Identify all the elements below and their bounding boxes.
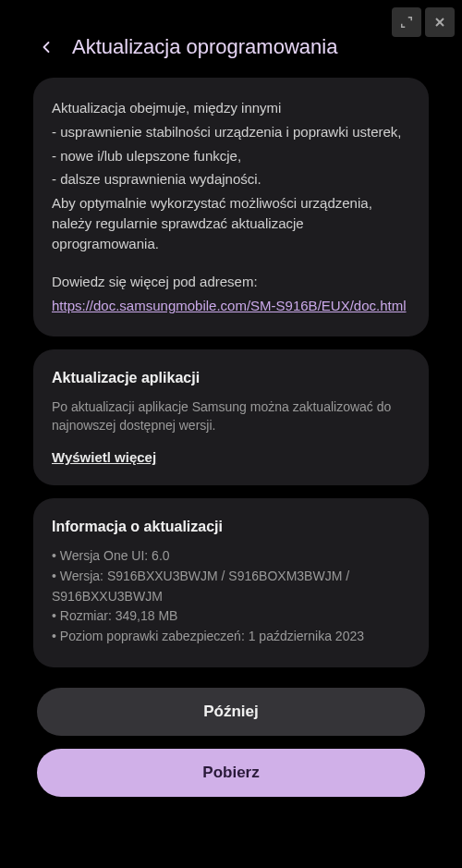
desc-intro: Aktualizacja obejmuje, między innymi xyxy=(52,98,410,118)
button-row: Później Pobierz xyxy=(33,680,429,797)
app-updates-card: Aktualizacje aplikacji Po aktualizacji a… xyxy=(33,349,429,486)
info-one-ui: Wersja One UI: 6.0 xyxy=(52,546,410,567)
learn-more-link[interactable]: https://doc.samsungmobile.com/SM-S916B/E… xyxy=(52,298,407,313)
description-card: Aktualizacja obejmuje, między innymi - u… xyxy=(33,78,429,336)
expand-icon[interactable] xyxy=(392,7,421,37)
update-info-title: Informacja o aktualizacji xyxy=(52,519,410,535)
header: Aktualizacja oprogramowania xyxy=(33,30,429,78)
close-icon[interactable] xyxy=(425,7,455,37)
page-title: Aktualizacja oprogramowania xyxy=(72,35,337,59)
back-icon[interactable] xyxy=(37,38,55,56)
info-security: Poziom poprawki zabezpieczeń: 1 paździer… xyxy=(52,627,410,647)
download-button[interactable]: Pobierz xyxy=(37,749,425,797)
update-info-card: Informacja o aktualizacji Wersja One UI:… xyxy=(33,498,429,666)
desc-bullet-2: - nowe i/lub ulepszone funkcje, xyxy=(52,146,410,166)
phone-screen: Aktualizacja oprogramowania Aktualizacja… xyxy=(18,9,444,868)
desc-bullet-3: - dalsze usprawnienia wydajności. xyxy=(52,169,410,189)
show-more-link[interactable]: Wyświetl więcej xyxy=(52,449,410,465)
info-version: Wersja: S916BXXU3BWJM / S916BOXM3BWJM / … xyxy=(52,567,410,606)
learn-more-label: Dowiedz się więcej pod adresem: xyxy=(52,272,410,292)
desc-bullet-1: - usprawnienie stabilności urządzenia i … xyxy=(52,122,410,142)
desc-optimal: Aby optymalnie wykorzystać możliwości ur… xyxy=(52,193,410,253)
info-size: Rozmiar: 349,18 MB xyxy=(52,606,410,627)
app-updates-title: Aktualizacje aplikacji xyxy=(52,370,410,386)
app-updates-text: Po aktualizacji aplikacje Samsung można … xyxy=(52,397,410,435)
later-button[interactable]: Później xyxy=(37,688,425,736)
